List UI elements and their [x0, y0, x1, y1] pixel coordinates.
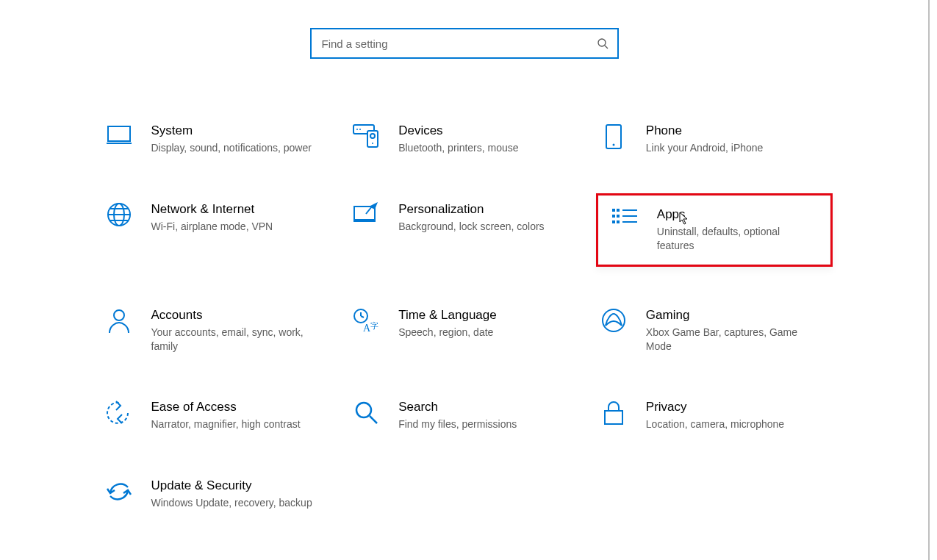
personalization-icon: [353, 202, 379, 229]
search-category-icon: [353, 400, 379, 426]
tile-title: Privacy: [646, 400, 784, 414]
tile-desc: Windows Update, recovery, backup: [151, 496, 312, 510]
tile-network[interactable]: Network & Internet Wi-Fi, airplane mode,…: [104, 196, 340, 267]
svg-line-32: [361, 316, 364, 317]
svg-line-19: [366, 207, 372, 214]
tile-title: Phone: [646, 123, 764, 138]
tile-desc: Wi-Fi, airplane mode, VPN: [151, 220, 273, 234]
svg-point-5: [356, 129, 358, 130]
svg-rect-23: [617, 209, 620, 212]
tile-desc: Uninstall, defaults, optional features: [657, 225, 817, 253]
tile-title: Update & Security: [151, 478, 312, 493]
tile-title: Accounts: [151, 308, 320, 323]
svg-rect-24: [617, 215, 620, 218]
tile-personalization[interactable]: Personalization Background, lock screen,…: [351, 196, 586, 267]
tile-desc: Xbox Game Bar, captures, Game Mode: [646, 326, 815, 353]
svg-text:字: 字: [370, 321, 378, 330]
tile-title: Search: [398, 400, 517, 414]
tile-gaming[interactable]: Gaming Xbox Game Bar, captures, Game Mod…: [599, 302, 834, 359]
tile-title: Network & Internet: [151, 202, 273, 217]
svg-rect-26: [622, 209, 637, 211]
svg-point-11: [612, 144, 614, 146]
tile-desc: Find my files, permissions: [398, 417, 517, 431]
tile-desc: Bluetooth, printers, mouse: [398, 141, 518, 155]
gaming-icon: [600, 308, 627, 334]
system-icon: [106, 123, 132, 150]
svg-rect-25: [617, 220, 620, 223]
settings-grid: System Display, sound, notifications, po…: [90, 118, 839, 516]
tile-update-security[interactable]: Update & Security Windows Update, recove…: [104, 473, 340, 516]
apps-icon: [611, 207, 638, 234]
tile-accounts[interactable]: Accounts Your accounts, email, sync, wor…: [104, 302, 340, 359]
time-language-icon: A 字: [353, 308, 379, 334]
tile-desc: Location, camera, microphone: [646, 417, 784, 431]
svg-rect-38: [605, 411, 622, 424]
tile-phone[interactable]: Phone Link your Android, iPhone: [599, 118, 834, 161]
tile-title: Devices: [398, 123, 518, 138]
svg-rect-20: [612, 209, 615, 212]
tile-desc: Display, sound, notifications, power: [151, 141, 312, 155]
tile-title: Time & Language: [398, 308, 497, 323]
tile-system[interactable]: System Display, sound, notifications, po…: [104, 118, 340, 161]
tile-desc: Narrator, magnifier, high contrast: [151, 417, 301, 431]
svg-line-1: [605, 46, 608, 49]
globe-icon: [106, 202, 132, 229]
ease-of-access-icon: [106, 400, 132, 426]
svg-point-29: [114, 310, 124, 320]
search-box[interactable]: [310, 28, 619, 59]
devices-icon: [353, 123, 379, 150]
svg-rect-21: [612, 215, 615, 218]
phone-icon: [600, 123, 627, 150]
accounts-icon: [106, 308, 132, 334]
svg-line-37: [370, 416, 377, 423]
update-icon: [106, 478, 132, 505]
lock-icon: [600, 400, 627, 426]
tile-time-language[interactable]: A 字 Time & Language Speech, region, date: [351, 302, 586, 359]
tile-ease-of-access[interactable]: Ease of Access Narrator, magnifier, high…: [104, 394, 340, 437]
tile-title: Gaming: [646, 308, 815, 323]
tile-search[interactable]: Search Find my files, permissions: [351, 394, 586, 437]
svg-point-36: [356, 403, 371, 417]
tile-title: System: [151, 123, 312, 138]
svg-point-6: [359, 129, 361, 130]
tile-devices[interactable]: Devices Bluetooth, printers, mouse: [351, 118, 586, 161]
tile-title: Personalization: [398, 202, 544, 217]
tile-privacy[interactable]: Privacy Location, camera, microphone: [599, 394, 834, 437]
tile-desc: Link your Android, iPhone: [646, 141, 764, 155]
tile-title: Ease of Access: [151, 400, 301, 414]
svg-rect-28: [622, 221, 637, 223]
tile-desc: Speech, region, date: [398, 326, 497, 340]
tile-apps[interactable]: Apps Uninstall, defaults, optional featu…: [596, 193, 833, 267]
tile-desc: Background, lock screen, colors: [398, 220, 544, 234]
search-icon: [597, 37, 608, 49]
svg-rect-22: [612, 220, 615, 223]
settings-page: System Display, sound, notifications, po…: [0, 0, 930, 560]
svg-point-9: [372, 143, 373, 144]
svg-point-0: [598, 39, 606, 46]
tile-desc: Your accounts, email, sync, work, family: [151, 326, 320, 353]
tile-title: Apps: [657, 207, 817, 222]
svg-rect-27: [622, 215, 637, 217]
svg-rect-2: [108, 126, 130, 141]
search-input[interactable]: [322, 37, 586, 50]
